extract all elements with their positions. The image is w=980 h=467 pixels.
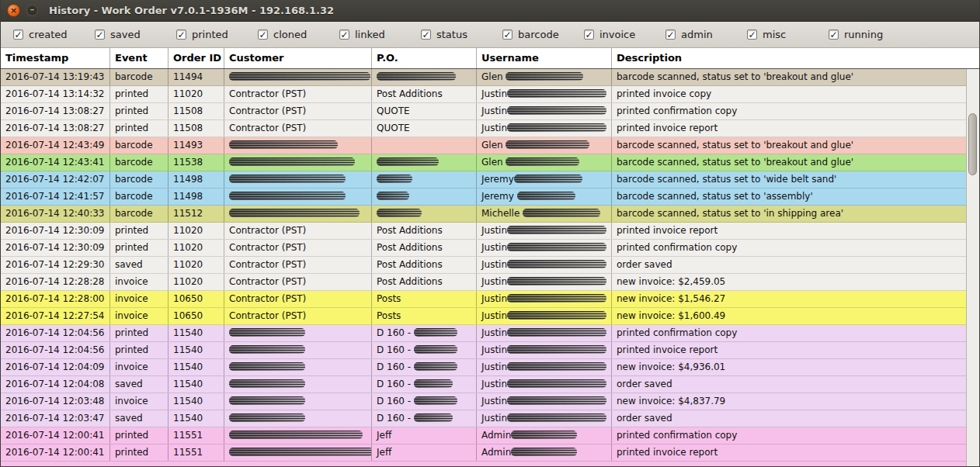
cell-order_id: 11508 — [168, 103, 224, 119]
cell-description: printed confirmation copy — [611, 325, 966, 341]
filter-cloned[interactable]: ✓cloned — [258, 29, 339, 40]
filter-admin[interactable]: ✓admin — [665, 29, 747, 40]
cell-timestamp: 2016-07-14 12:03:48 — [1, 393, 109, 410]
checkbox-icon[interactable]: ✓ — [747, 29, 757, 40]
checkbox-icon[interactable]: ✓ — [258, 29, 268, 40]
column-header-customer[interactable]: Customer — [224, 48, 371, 68]
column-header-description[interactable]: Description — [611, 48, 979, 68]
cell-username: Justin — [476, 103, 611, 119]
redacted-text — [377, 175, 412, 183]
column-header-order-id[interactable]: Order ID — [168, 48, 224, 68]
cell-order_id: 11508 — [168, 120, 224, 137]
table-row[interactable]: 2016-07-14 12:00:41printed11551JeffAdmin… — [1, 445, 966, 462]
table-row[interactable]: 2016-07-14 12:27:54invoice10650Contracto… — [1, 308, 966, 325]
scrollbar-track[interactable] — [966, 69, 979, 466]
cell-customer — [224, 206, 371, 222]
column-header-username[interactable]: Username — [476, 48, 611, 68]
cell-description: printed invoice copy — [611, 86, 966, 102]
filter-created[interactable]: ✓created — [13, 29, 95, 40]
filter-linked[interactable]: ✓linked — [339, 29, 421, 40]
redacted-text — [507, 294, 606, 303]
scrollbar-thumb[interactable] — [968, 113, 977, 175]
redacted-text — [414, 413, 453, 422]
redacted-text — [414, 396, 457, 405]
filter-label: admin — [681, 29, 713, 40]
cell-po: Post Additions — [371, 274, 476, 290]
cell-event: printed — [109, 223, 168, 239]
redacted-text — [507, 396, 606, 405]
cell-event: barcode — [109, 189, 168, 205]
cell-customer: Contractor (PST) — [224, 257, 371, 273]
redacted-text — [229, 140, 338, 149]
cell-username: Jeremy — [476, 171, 611, 188]
cell-order_id: 10650 — [168, 308, 224, 324]
table-row[interactable]: 2016-07-14 12:43:41barcode11538Glen barc… — [1, 154, 966, 171]
table-row[interactable]: 2016-07-14 12:28:00invoice10650Contracto… — [1, 291, 966, 308]
table-row[interactable]: 2016-07-14 13:14:32printed11020Contracto… — [1, 86, 966, 103]
table-row[interactable]: 2016-07-14 12:29:30saved11020Contractor … — [1, 257, 966, 274]
table-row[interactable]: 2016-07-14 12:04:56printed11540D 160 - J… — [1, 325, 966, 342]
cell-po: D 160 - — [371, 325, 476, 341]
checkbox-icon[interactable]: ✓ — [829, 29, 839, 40]
filter-invoice[interactable]: ✓invoice — [584, 29, 665, 40]
cell-description: barcode scanned, status set to 'wide bel… — [611, 171, 966, 188]
filter-misc[interactable]: ✓misc — [747, 29, 829, 40]
redacted-text — [414, 328, 457, 337]
table-header: Timestamp Event Order ID Customer P.O. U… — [1, 48, 979, 69]
table-row[interactable]: 2016-07-14 12:04:08saved11540D 160 - Jus… — [1, 376, 966, 393]
filter-saved[interactable]: ✓saved — [95, 29, 176, 40]
cell-customer — [224, 376, 371, 393]
table-row[interactable]: 2016-07-14 12:40:33barcode11512Michelle … — [1, 206, 966, 223]
cell-timestamp: 2016-07-14 12:00:41 — [1, 427, 109, 444]
close-button[interactable]: × — [7, 4, 20, 17]
cell-timestamp: 2016-07-14 12:00:41 — [1, 445, 109, 461]
checkbox-icon[interactable]: ✓ — [339, 29, 349, 40]
table-row[interactable]: 2016-07-14 12:43:49barcode11493Glen barc… — [1, 137, 966, 154]
table-row[interactable]: 2016-07-14 12:04:56printed11540D 160 - J… — [1, 342, 966, 359]
checkbox-icon[interactable]: ✓ — [176, 29, 186, 40]
checkbox-icon[interactable]: ✓ — [584, 29, 594, 40]
filter-barcode[interactable]: ✓barcode — [502, 29, 584, 40]
table-row[interactable]: 2016-07-14 12:03:48invoice11540D 160 - J… — [1, 393, 966, 410]
column-header-timestamp[interactable]: Timestamp — [1, 48, 109, 68]
cell-po: D 160 - — [371, 410, 476, 427]
cell-username: Jeremy — [476, 189, 611, 205]
table-row[interactable]: 2016-07-14 13:08:27printed11508Contracto… — [1, 120, 966, 137]
cell-po: QUOTE — [371, 120, 476, 137]
minimize-button[interactable]: – — [26, 5, 38, 16]
checkbox-icon[interactable]: ✓ — [421, 29, 431, 40]
checkbox-icon[interactable]: ✓ — [665, 29, 676, 40]
cell-timestamp: 2016-07-14 13:19:43 — [1, 69, 109, 85]
redacted-text — [507, 311, 606, 320]
table-row[interactable]: 2016-07-14 12:00:41printed11551JeffAdmin… — [1, 427, 966, 445]
cell-order_id: 10650 — [168, 291, 224, 307]
table-row[interactable]: 2016-07-14 13:08:27printed11508Contracto… — [1, 103, 966, 120]
cell-customer: Contractor (PST) — [224, 86, 371, 102]
cell-description: new invoice: $4,936.01 — [611, 359, 966, 375]
filter-label: misc — [763, 29, 786, 40]
table-row[interactable]: 2016-07-14 12:41:57barcode11498Jeremy ba… — [1, 189, 966, 206]
table-row[interactable]: 2016-07-14 13:19:43barcode11494Glen barc… — [1, 69, 966, 86]
table-row[interactable]: 2016-07-14 12:28:28invoice11020Contracto… — [1, 274, 966, 291]
column-header-event[interactable]: Event — [109, 48, 168, 68]
cell-timestamp: 2016-07-14 12:43:49 — [1, 137, 109, 154]
filter-bar: ✓created✓saved✓printed✓cloned✓linked✓sta… — [1, 22, 979, 48]
cell-username: Glen — [476, 69, 611, 85]
cell-timestamp: 2016-07-14 12:43:41 — [1, 154, 109, 171]
table-row[interactable]: 2016-07-14 12:03:47saved11540D 160 - Jus… — [1, 410, 966, 427]
checkbox-icon[interactable]: ✓ — [95, 29, 105, 40]
table-row[interactable]: 2016-07-14 12:04:09invoice11540D 160 - J… — [1, 359, 966, 376]
filter-printed[interactable]: ✓printed — [176, 29, 258, 40]
cell-event: saved — [109, 376, 168, 393]
filter-status[interactable]: ✓status — [421, 29, 502, 40]
table-row[interactable]: 2016-07-14 12:30:09printed11020Contracto… — [1, 240, 966, 257]
cell-description: barcode scanned, status set to 'breakout… — [611, 69, 966, 85]
checkbox-icon[interactable]: ✓ — [502, 29, 513, 40]
table-row[interactable]: 2016-07-14 12:30:09printed11020Contracto… — [1, 223, 966, 240]
table-row[interactable]: 2016-07-14 12:42:07barcode11498Jeremybar… — [1, 171, 966, 189]
cell-po — [371, 206, 476, 222]
cell-customer — [224, 359, 371, 375]
column-header-po[interactable]: P.O. — [371, 48, 476, 68]
filter-running[interactable]: ✓running — [829, 29, 910, 40]
checkbox-icon[interactable]: ✓ — [13, 29, 23, 40]
